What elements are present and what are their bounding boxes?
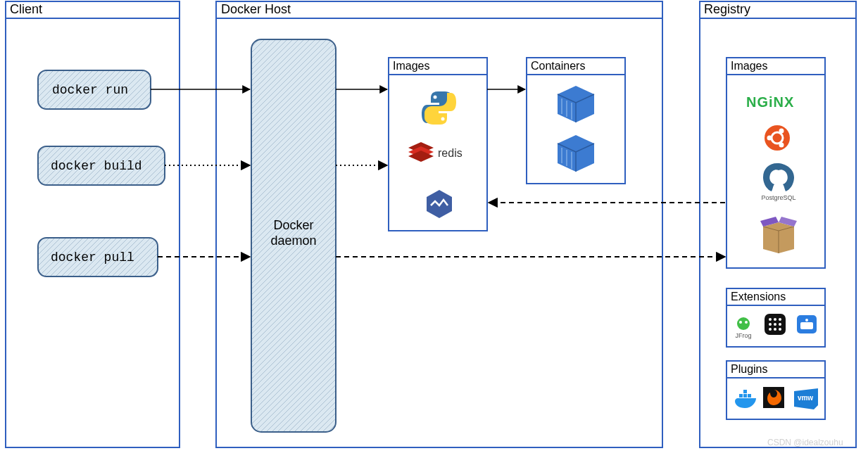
registry-images-title: Images bbox=[731, 60, 767, 72]
svg-rect-64 bbox=[743, 390, 747, 393]
svg-text:JFrog: JFrog bbox=[735, 332, 751, 339]
jfrog-icon: JFrog bbox=[735, 317, 751, 339]
svg-text:docker run: docker run bbox=[52, 83, 128, 97]
svg-rect-63 bbox=[748, 394, 751, 397]
svg-point-34 bbox=[767, 136, 772, 141]
architecture-diagram: Client docker run docker build docker pu… bbox=[0, 0, 868, 458]
device-icon bbox=[797, 315, 817, 333]
ubuntu-icon bbox=[765, 125, 790, 151]
svg-point-49 bbox=[779, 318, 781, 321]
svg-point-55 bbox=[779, 328, 781, 331]
registry-plugins-panel: Plugins vmw bbox=[727, 361, 825, 419]
vmw-icon: vmw bbox=[794, 388, 818, 409]
redis-icon: redis bbox=[408, 142, 463, 162]
svg-point-18 bbox=[441, 117, 445, 121]
svg-point-54 bbox=[774, 328, 776, 331]
svg-point-36 bbox=[779, 143, 784, 148]
svg-point-43 bbox=[739, 321, 742, 324]
host-title: Docker Host bbox=[221, 2, 291, 16]
svg-text:docker pull: docker pull bbox=[51, 250, 134, 265]
svg-point-52 bbox=[779, 323, 781, 326]
extensions-title: Extensions bbox=[731, 291, 786, 303]
client-title: Client bbox=[10, 2, 42, 16]
postgres-icon: PostgreSQL bbox=[761, 163, 795, 201]
svg-text:PostgreSQL: PostgreSQL bbox=[761, 194, 795, 201]
host-panel: Docker Host Docker daemon Images bbox=[216, 1, 662, 447]
docker-icon bbox=[735, 390, 756, 408]
registry-extensions-panel: Extensions JFrog bbox=[727, 288, 825, 347]
container-icon bbox=[558, 86, 594, 122]
cmd-docker-run: docker run bbox=[38, 70, 151, 109]
host-containers-title: Containers bbox=[531, 60, 585, 72]
svg-point-42 bbox=[737, 317, 750, 330]
svg-text:redis: redis bbox=[438, 147, 463, 159]
svg-point-38 bbox=[782, 174, 785, 177]
svg-point-51 bbox=[774, 323, 776, 326]
svg-rect-57 bbox=[800, 322, 813, 329]
grafana-icon bbox=[763, 387, 784, 408]
svg-point-50 bbox=[769, 323, 772, 326]
svg-rect-62 bbox=[743, 394, 747, 397]
registry-images-panel: Images NGiNX PostgreSQL bbox=[727, 58, 825, 268]
watermark: CSDN @idealzouhu bbox=[767, 438, 843, 447]
svg-rect-61 bbox=[739, 394, 743, 397]
box-icon bbox=[760, 217, 797, 253]
svg-point-53 bbox=[769, 328, 772, 331]
svg-point-17 bbox=[434, 96, 437, 99]
container-icon bbox=[558, 135, 594, 172]
plugins-title: Plugins bbox=[731, 363, 767, 375]
docker-daemon: Docker daemon bbox=[251, 39, 336, 432]
svg-point-47 bbox=[769, 318, 772, 321]
svg-point-35 bbox=[779, 129, 784, 134]
cmd-docker-pull: docker pull bbox=[38, 238, 158, 276]
registry-title: Registry bbox=[704, 2, 750, 16]
hex-icon bbox=[427, 190, 452, 218]
svg-text:vmw: vmw bbox=[798, 394, 813, 402]
python-icon bbox=[422, 91, 456, 125]
grid-app-icon bbox=[765, 314, 786, 335]
host-containers-panel: Containers bbox=[527, 58, 625, 184]
host-images-panel: Images redis bbox=[389, 58, 487, 231]
registry-panel: Registry Images NGiNX PostgreSQL bbox=[700, 1, 856, 447]
svg-point-58 bbox=[805, 319, 808, 322]
host-images-title: Images bbox=[393, 60, 429, 72]
client-panel: Client docker run docker build docker pu… bbox=[6, 1, 180, 447]
nginx-icon: NGiNX bbox=[746, 94, 794, 110]
svg-text:daemon: daemon bbox=[270, 234, 316, 248]
svg-point-48 bbox=[774, 318, 776, 321]
cmd-docker-build: docker build bbox=[38, 146, 165, 185]
svg-text:Docker: Docker bbox=[273, 218, 313, 232]
svg-text:docker build: docker build bbox=[51, 159, 142, 173]
svg-point-44 bbox=[745, 321, 748, 324]
svg-point-37 bbox=[772, 174, 775, 177]
